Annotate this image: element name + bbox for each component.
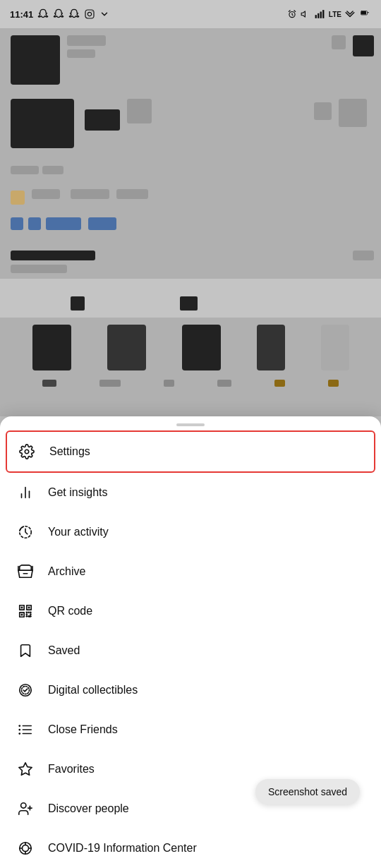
discover-label: Discover people	[48, 802, 129, 815]
svg-rect-8	[318, 13, 319, 18]
snapchat-icon-2	[53, 8, 64, 20]
activity-label: Your activity	[48, 526, 109, 538]
menu-item-qrcode[interactable]: QR code	[0, 591, 381, 631]
closefriends-label: Close Friends	[48, 723, 118, 736]
menu-item-saved[interactable]: Saved	[0, 631, 381, 670]
menu-item-settings[interactable]: Settings	[6, 430, 375, 473]
menu-item-archive[interactable]: Archive	[0, 552, 381, 591]
menu-item-covid[interactable]: COVID-19 Information Center	[0, 828, 381, 868]
covid-icon	[16, 838, 35, 858]
status-left: 11:41	[10, 8, 109, 20]
closefriends-icon	[16, 720, 35, 740]
settings-icon	[17, 442, 37, 462]
battery-icon	[358, 10, 371, 18]
snapchat-icon-3	[68, 8, 80, 20]
menu-item-insights[interactable]: Get insights	[0, 473, 381, 512]
svg-line-5	[294, 11, 296, 12]
insights-label: Get insights	[48, 486, 107, 499]
collectibles-icon	[16, 680, 35, 700]
menu-item-closefriends[interactable]: Close Friends	[0, 710, 381, 749]
discover-icon	[16, 799, 35, 819]
drag-handle[interactable]	[176, 423, 205, 426]
signal-icon	[314, 9, 325, 19]
svg-rect-10	[322, 10, 324, 18]
background-content	[0, 28, 381, 459]
svg-marker-6	[301, 11, 305, 17]
saved-icon	[16, 641, 35, 661]
svg-rect-12	[361, 11, 366, 15]
saved-label: Saved	[48, 644, 80, 657]
archive-icon	[16, 562, 35, 581]
menu-item-activity[interactable]: Your activity	[0, 512, 381, 552]
svg-rect-23	[28, 607, 30, 609]
snapchat-icon-1	[37, 8, 49, 20]
lte-badge: LTE	[329, 11, 341, 18]
screenshot-toast: Screenshot saved	[255, 779, 360, 804]
svg-point-14	[25, 450, 29, 454]
chevron-down-icon[interactable]	[99, 9, 109, 19]
svg-rect-7	[315, 15, 316, 18]
svg-point-2	[92, 11, 92, 12]
time-display: 11:41	[10, 9, 33, 20]
qr-icon	[16, 601, 35, 621]
insights-icon	[16, 483, 35, 502]
status-bar: 11:41 LTE	[0, 0, 381, 28]
qrcode-label: QR code	[48, 605, 92, 617]
svg-point-46	[22, 845, 28, 851]
svg-rect-0	[85, 10, 94, 18]
settings-label: Settings	[49, 445, 90, 458]
instagram-icon	[84, 8, 95, 20]
svg-line-4	[289, 11, 290, 12]
svg-rect-21	[21, 607, 23, 609]
svg-marker-41	[19, 763, 32, 775]
activity-icon	[16, 522, 35, 542]
wifi-icon	[345, 9, 355, 19]
alarm-icon	[287, 9, 297, 19]
svg-point-42	[21, 803, 26, 808]
svg-rect-9	[320, 12, 321, 18]
menu-item-collectibles[interactable]: Digital collectibles	[0, 670, 381, 710]
status-right: LTE	[287, 9, 371, 19]
archive-label: Archive	[48, 565, 85, 578]
volume-icon	[301, 9, 310, 19]
collectibles-label: Digital collectibles	[48, 684, 138, 697]
covid-label: COVID-19 Information Center	[48, 842, 197, 855]
svg-point-1	[88, 12, 92, 16]
favorites-label: Favorites	[48, 763, 95, 776]
svg-rect-25	[21, 614, 23, 616]
toast-label: Screenshot saved	[268, 786, 347, 797]
favorites-icon	[16, 759, 35, 779]
